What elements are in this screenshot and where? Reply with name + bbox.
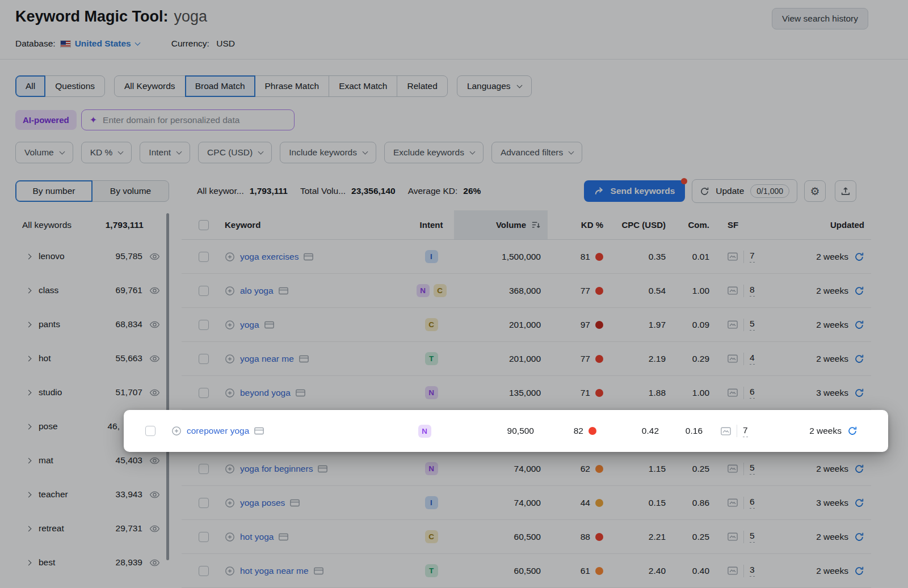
tab-exact-match[interactable]: Exact Match [329, 75, 397, 97]
sidebar-item-pants[interactable]: pants 68,834 [15, 307, 160, 341]
database-selector[interactable]: United States [75, 39, 140, 49]
chevron-right-icon[interactable] [26, 458, 32, 463]
chevron-right-icon[interactable] [26, 526, 32, 531]
chevron-right-icon[interactable] [26, 287, 32, 293]
row-checkbox[interactable] [145, 426, 155, 436]
column-intent[interactable]: Intent [409, 210, 454, 239]
add-keyword-icon[interactable] [225, 498, 235, 508]
eye-icon[interactable] [149, 353, 160, 364]
sidebar-item-best[interactable]: best 28,939 [15, 545, 160, 579]
eye-icon[interactable] [149, 319, 160, 330]
table-row-yoga-poses[interactable]: yoga poses I 74,000 44 0.15 0.86 6 3 wee… [182, 486, 871, 520]
keyword-link[interactable]: yoga near me [240, 354, 294, 364]
keyword-link[interactable]: yoga [240, 320, 259, 330]
add-keyword-icon[interactable] [225, 532, 235, 542]
eye-icon[interactable] [149, 285, 160, 296]
column-kd[interactable]: KD % [548, 210, 610, 239]
refresh-icon[interactable] [854, 566, 864, 576]
export-button[interactable] [835, 180, 856, 202]
serp-features-icon[interactable] [728, 566, 738, 575]
serp-features-icon[interactable] [728, 354, 738, 363]
filter-volume[interactable]: Volume [15, 142, 73, 163]
sidebar-item-class[interactable]: class 69,761 [15, 273, 160, 307]
serp-features-icon[interactable] [728, 464, 738, 473]
eye-icon[interactable] [149, 251, 160, 262]
settings-button[interactable]: ⚙ [804, 180, 826, 202]
sf-count[interactable]: 5 [750, 319, 755, 331]
sidebar-item-teacher[interactable]: teacher 33,943 [15, 477, 160, 511]
row-checkbox[interactable] [199, 286, 209, 296]
table-row-corepower-yoga-spotlight[interactable]: corepower yoga N 90,500 82 0.42 0.16 7 2… [124, 410, 888, 452]
chevron-right-icon[interactable] [26, 560, 32, 565]
serp-preview-icon[interactable] [304, 253, 313, 261]
keyword-link[interactable]: corepower yoga [187, 426, 249, 436]
column-updated[interactable]: Updated [766, 210, 871, 239]
chevron-right-icon[interactable] [26, 253, 32, 259]
domain-input[interactable] [103, 115, 286, 125]
row-checkbox[interactable] [199, 464, 209, 474]
serp-preview-icon[interactable] [296, 389, 305, 397]
serp-features-icon[interactable] [728, 320, 738, 329]
table-row-yoga-near-me[interactable]: yoga near me T 201,000 77 2.19 0.29 4 2 … [182, 342, 871, 376]
sort-desc-icon[interactable] [531, 220, 541, 230]
tab-phrase-match[interactable]: Phrase Match [255, 75, 330, 97]
keyword-link[interactable]: beyond yoga [240, 388, 291, 398]
row-checkbox[interactable] [199, 388, 209, 398]
row-checkbox[interactable] [199, 354, 209, 364]
sf-count[interactable]: 7 [750, 251, 755, 263]
tab-all-keywords[interactable]: All Keywords [114, 75, 186, 97]
add-keyword-icon[interactable] [225, 354, 235, 364]
refresh-icon[interactable] [854, 388, 864, 398]
sf-count[interactable]: 8 [750, 285, 755, 297]
sf-count[interactable]: 7 [743, 425, 748, 437]
eye-icon[interactable] [149, 455, 160, 466]
column-volume[interactable]: Volume [454, 210, 548, 239]
refresh-icon[interactable] [854, 498, 864, 508]
tab-broad-match[interactable]: Broad Match [185, 75, 255, 97]
table-row-hot-yoga-near-me[interactable]: hot yoga near me T 60,500 61 2.40 0.40 3… [182, 554, 871, 588]
chevron-right-icon[interactable] [26, 390, 32, 395]
table-row-hot-yoga[interactable]: hot yoga C 60,500 88 2.21 0.25 5 2 weeks [182, 520, 871, 554]
eye-icon[interactable] [149, 523, 160, 534]
sidebar-item-lenovo[interactable]: lenovo 95,785 [15, 239, 160, 273]
all-keywords-row[interactable]: All keywords 1,793,111 [15, 211, 160, 239]
column-keyword[interactable]: Keyword [213, 210, 409, 239]
sf-count[interactable]: 5 [750, 463, 755, 475]
serp-preview-icon[interactable] [264, 321, 274, 329]
add-keyword-icon[interactable] [171, 426, 182, 436]
refresh-icon[interactable] [854, 252, 864, 262]
tab-related[interactable]: Related [397, 75, 447, 97]
table-row-yoga-for-beginners[interactable]: yoga for beginners N 74,000 62 1.15 0.25… [182, 452, 871, 486]
filter-kd[interactable]: KD % [81, 142, 132, 163]
chevron-right-icon[interactable] [26, 356, 32, 361]
refresh-icon[interactable] [854, 286, 864, 296]
serp-preview-icon[interactable] [318, 465, 327, 473]
serp-features-icon[interactable] [728, 286, 738, 295]
keyword-link[interactable]: yoga for beginners [240, 464, 313, 474]
row-checkbox[interactable] [199, 532, 209, 542]
sf-count[interactable]: 6 [750, 387, 755, 399]
view-search-history-button[interactable]: View search history [772, 8, 868, 29]
tab-all[interactable]: All [15, 75, 45, 97]
serp-preview-icon[interactable] [279, 287, 288, 295]
keyword-link[interactable]: hot yoga [240, 532, 274, 542]
filter-intent[interactable]: Intent [140, 142, 190, 163]
add-keyword-icon[interactable] [225, 320, 235, 330]
row-checkbox[interactable] [199, 566, 209, 576]
sf-count[interactable]: 4 [750, 353, 755, 365]
eye-icon[interactable] [149, 387, 160, 398]
sidebar-scrollbar[interactable] [166, 213, 169, 560]
keyword-link[interactable]: yoga poses [240, 498, 285, 508]
sf-count[interactable]: 6 [750, 497, 755, 509]
serp-features-icon[interactable] [728, 532, 738, 541]
chevron-right-icon[interactable] [26, 492, 32, 497]
add-keyword-icon[interactable] [225, 464, 235, 474]
serp-preview-icon[interactable] [254, 427, 264, 435]
eye-icon[interactable] [149, 557, 160, 568]
send-keywords-button[interactable]: Send keywords [584, 180, 686, 202]
keyword-link[interactable]: yoga exercises [240, 252, 299, 262]
add-keyword-icon[interactable] [225, 388, 235, 398]
toggle-by-volume[interactable]: By volume [92, 180, 169, 202]
refresh-icon[interactable] [854, 464, 864, 474]
serp-features-icon[interactable] [728, 252, 738, 261]
